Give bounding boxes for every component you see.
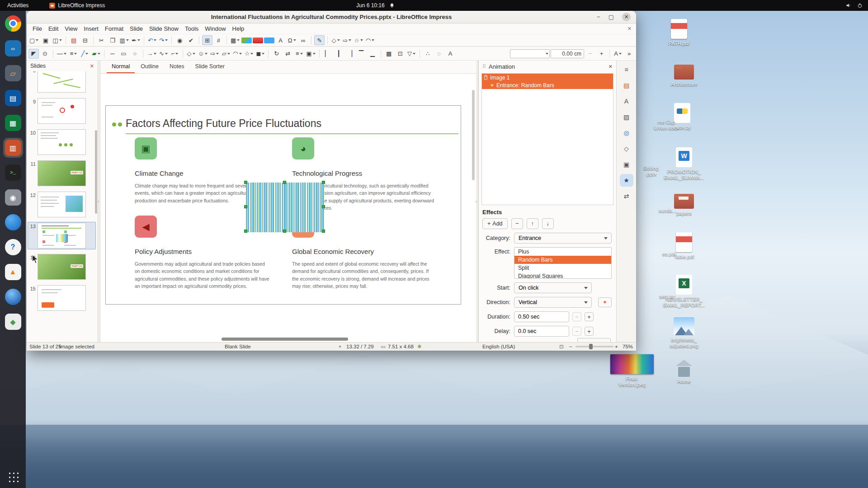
slide-thumbnail-14[interactable]: 14 PART 04 [28,253,96,281]
dock-terminal[interactable]: >_ [3,163,23,183]
slide-thumbnail-13[interactable]: 13 [28,222,96,249]
toolbar-overflow-icon[interactable]: » [624,49,634,59]
effect-option-random-bars[interactable]: Random Bars [514,256,611,264]
desktop-icon-table-pdf[interactable]: Table.pdf [665,232,703,260]
effect-options-button[interactable]: ✦ [598,297,612,307]
zoom-out-button[interactable]: − [569,344,572,349]
copy-icon[interactable]: ❐ [108,35,118,45]
zoom-slider-track[interactable] [576,346,613,347]
insert-image-icon[interactable] [241,38,252,43]
menu-window[interactable]: Window [202,24,229,33]
dock-help[interactable]: ? [3,237,23,257]
export-pdf-icon[interactable]: ▤ [69,35,79,45]
horizontal-scrollbar[interactable] [222,338,348,341]
menu-format[interactable]: Format [102,24,127,33]
width-value[interactable]: 0.00 cm [551,49,584,58]
show-draw-functions-icon[interactable]: ✎ [314,35,325,45]
points-icon[interactable]: ∴ [423,49,433,59]
save-icon[interactable]: ◫ [52,35,62,45]
selected-image[interactable] [246,183,324,232]
menu-file[interactable]: File [29,24,45,33]
start-dropdown[interactable]: On click [514,282,592,293]
insert-special-character-icon[interactable]: Ω [287,35,297,45]
tab-normal[interactable]: Normal [107,61,135,73]
block-arrows-2-icon[interactable]: ⇨ [209,49,220,59]
animation-list-effect[interactable]: ★ Entrance: Random Bars [482,81,613,89]
delay-field[interactable]: 0.0 sec [514,326,569,337]
line-width-presets-icon[interactable]: ≡ [68,49,79,59]
arrange-icon[interactable]: ▣ [305,49,316,59]
insert-chart-icon[interactable] [253,38,263,43]
panel-drag-handle-icon[interactable]: ⠿ [482,64,485,70]
animation-panel-close-icon[interactable]: ✕ [609,64,613,70]
effect-option-plus[interactable]: Plus [514,248,611,256]
move-effect-down-button[interactable]: ↓ [542,218,554,229]
menu-help[interactable]: Help [229,24,248,33]
line-width-box[interactable] [510,49,550,58]
dock-blue-globe-app[interactable] [3,287,23,307]
maximize-button[interactable]: ▢ [609,14,614,20]
snap-guides-icon[interactable]: # [213,35,224,45]
menu-view[interactable]: View [61,24,80,33]
clone-formatting-icon[interactable]: ✒ [131,35,141,45]
menu-slide[interactable]: Slide [127,24,146,33]
tab-notes[interactable]: Notes [165,61,189,73]
paste-icon[interactable]: ▥ [119,35,130,45]
desktop-icon-papers[interactable]: papers [665,190,703,216]
sidebar-tab-shapes[interactable]: ◇ [620,142,633,155]
align-objects-icon[interactable]: ≡ [294,49,304,59]
direction-dropdown[interactable]: Vertical [514,297,592,308]
category-dropdown[interactable]: Entrance [514,233,612,244]
play-button-clipped[interactable] [577,338,611,342]
slides-panel-close-icon[interactable]: ✕ [90,63,94,69]
connectors-icon[interactable]: ⌐ [170,49,180,59]
insert-table-icon[interactable]: ▦ [230,35,241,45]
dock-vscode[interactable]: ‹› [3,38,23,58]
desktop-icon-path-pdf[interactable]: PATH.pdf [660,19,698,47]
vertical-scrollbar[interactable] [472,90,475,180]
dock-libreoffice-impress[interactable]: ▥ [3,138,23,158]
align-bottom-icon[interactable]: ▁ [368,49,378,59]
slide-thumbnail-11[interactable]: 11 PART 03 [28,160,96,187]
clock-menu[interactable]: Jun 6 10:16 [356,2,395,9]
new-document-icon[interactable]: ▢ [28,35,39,45]
zoom-slider-thumb[interactable] [589,344,593,349]
block-arrows-icon[interactable]: ⇨ [342,35,352,45]
basic-shapes-2-icon[interactable]: ◇ [186,49,196,59]
increase-width-icon[interactable]: + [596,49,607,59]
fill-color-icon[interactable]: ▰ [91,49,101,59]
sidebar-tab-master-slides[interactable]: ▣ [620,158,633,171]
undo-icon[interactable]: ↶ [147,35,157,45]
selection-handle-e[interactable] [322,205,325,208]
menu-slide-show[interactable]: Slide Show [146,24,182,33]
slide-thumbnail-10[interactable]: 10 [28,128,96,156]
align-top-icon[interactable]: ▔ [356,49,367,59]
selection-handle-ne[interactable] [322,181,325,184]
find-replace-icon[interactable]: ◉ [175,35,185,45]
insert-media-icon[interactable] [264,38,274,43]
duration-field[interactable]: 0.50 sec [514,311,569,322]
selection-handle-n[interactable] [283,181,286,184]
desktop-icon-promotion-email-summa[interactable]: PROMOTION_EMAIL_SUMMA... [665,147,703,181]
desktop-icon-architecture[interactable]: Architecture [665,61,703,87]
insert-line-icon[interactable]: ─ [107,49,118,59]
dock-chrome[interactable] [3,14,23,33]
dock-blue-circle-app[interactable] [3,212,23,232]
selection-handle-se[interactable] [322,230,325,233]
selection-handle-s[interactable] [283,230,286,233]
desktop-icon-home[interactable]: Home [665,359,703,385]
menu-edit[interactable]: Edit [45,24,61,33]
delay-increase-button[interactable]: + [585,327,594,336]
display-grid-icon[interactable]: ⊞ [202,35,212,45]
selection-handle-w[interactable] [244,205,247,208]
redo-icon[interactable]: ↷ [158,35,169,45]
lines-arrows-icon[interactable]: → [146,49,157,59]
menu-tools[interactable]: Tools [182,24,202,33]
dock-files[interactable]: ▱ [3,63,23,83]
crop-image-icon[interactable]: ⊡ [395,49,406,59]
insert-text-box-icon[interactable]: A [275,35,286,45]
align-center-icon[interactable]: ┃ [334,49,344,59]
focused-app-indicator[interactable]: LibreOffice Impress [49,2,105,9]
line-color-icon[interactable]: ╱ [80,49,90,59]
desktop-icon-brightness-adjusted-png[interactable]: brightness_adjusted.png [665,317,703,349]
